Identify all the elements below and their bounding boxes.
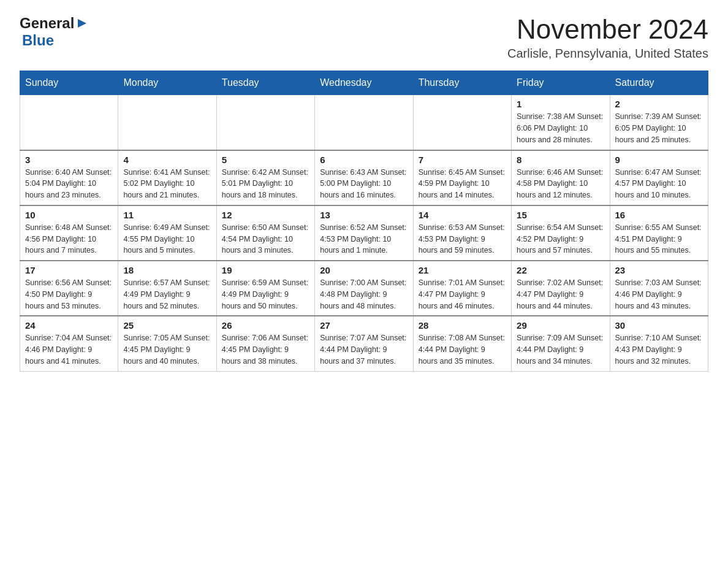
day-number: 30 xyxy=(615,320,703,331)
calendar-cell: 22Sunrise: 7:02 AM Sunset: 4:47 PM Dayli… xyxy=(512,261,610,316)
day-info: Sunrise: 6:56 AM Sunset: 4:50 PM Dayligh… xyxy=(25,277,113,312)
calendar-cell: 3Sunrise: 6:40 AM Sunset: 5:04 PM Daylig… xyxy=(20,150,118,205)
logo-triangle-icon xyxy=(75,17,89,30)
calendar-cell: 27Sunrise: 7:07 AM Sunset: 4:44 PM Dayli… xyxy=(315,316,413,371)
day-number: 29 xyxy=(517,320,604,331)
calendar-cell: 26Sunrise: 7:06 AM Sunset: 4:45 PM Dayli… xyxy=(216,316,314,371)
day-info: Sunrise: 6:53 AM Sunset: 4:53 PM Dayligh… xyxy=(419,222,506,256)
day-number: 16 xyxy=(615,210,703,220)
day-info: Sunrise: 6:42 AM Sunset: 5:01 PM Dayligh… xyxy=(222,167,309,201)
calendar-header-monday: Monday xyxy=(118,71,216,95)
calendar-cell xyxy=(413,95,511,150)
day-info: Sunrise: 7:00 AM Sunset: 4:48 PM Dayligh… xyxy=(320,277,408,312)
calendar-cell: 2Sunrise: 7:39 AM Sunset: 6:05 PM Daylig… xyxy=(610,95,708,150)
day-info: Sunrise: 6:52 AM Sunset: 4:53 PM Dayligh… xyxy=(320,222,408,256)
day-info: Sunrise: 6:57 AM Sunset: 4:49 PM Dayligh… xyxy=(123,277,211,312)
day-number: 27 xyxy=(320,320,408,331)
day-info: Sunrise: 7:01 AM Sunset: 4:47 PM Dayligh… xyxy=(419,277,506,312)
day-info: Sunrise: 6:43 AM Sunset: 5:00 PM Dayligh… xyxy=(320,167,408,201)
calendar-week-row: 10Sunrise: 6:48 AM Sunset: 4:56 PM Dayli… xyxy=(20,205,708,261)
calendar-cell: 24Sunrise: 7:04 AM Sunset: 4:46 PM Dayli… xyxy=(20,316,118,371)
day-info: Sunrise: 7:10 AM Sunset: 4:43 PM Dayligh… xyxy=(615,332,703,367)
calendar-header-tuesday: Tuesday xyxy=(216,71,314,95)
day-number: 1 xyxy=(517,99,604,109)
day-info: Sunrise: 7:09 AM Sunset: 4:44 PM Dayligh… xyxy=(517,332,604,367)
day-info: Sunrise: 6:47 AM Sunset: 4:57 PM Dayligh… xyxy=(615,167,703,201)
day-number: 25 xyxy=(123,320,211,331)
day-number: 26 xyxy=(222,320,309,331)
calendar-header-thursday: Thursday xyxy=(413,71,511,95)
day-number: 11 xyxy=(123,210,211,220)
calendar-cell: 28Sunrise: 7:08 AM Sunset: 4:44 PM Dayli… xyxy=(413,316,511,371)
day-info: Sunrise: 6:48 AM Sunset: 4:56 PM Dayligh… xyxy=(25,222,113,256)
calendar-cell: 16Sunrise: 6:55 AM Sunset: 4:51 PM Dayli… xyxy=(610,205,708,261)
calendar-header-row: SundayMondayTuesdayWednesdayThursdayFrid… xyxy=(20,71,708,95)
calendar-cell: 13Sunrise: 6:52 AM Sunset: 4:53 PM Dayli… xyxy=(315,205,413,261)
day-number: 14 xyxy=(419,210,506,220)
location-subtitle: Carlisle, Pennsylvania, United States xyxy=(507,47,708,61)
day-number: 15 xyxy=(517,210,604,220)
calendar-table: SundayMondayTuesdayWednesdayThursdayFrid… xyxy=(20,71,708,371)
day-info: Sunrise: 6:45 AM Sunset: 4:59 PM Dayligh… xyxy=(419,167,506,201)
calendar-cell: 19Sunrise: 6:59 AM Sunset: 4:49 PM Dayli… xyxy=(216,261,314,316)
calendar-header-wednesday: Wednesday xyxy=(315,71,413,95)
calendar-week-row: 1Sunrise: 7:38 AM Sunset: 6:06 PM Daylig… xyxy=(20,95,708,150)
calendar-cell: 9Sunrise: 6:47 AM Sunset: 4:57 PM Daylig… xyxy=(610,150,708,205)
day-info: Sunrise: 7:07 AM Sunset: 4:44 PM Dayligh… xyxy=(320,332,408,367)
logo: General Blue xyxy=(20,15,89,49)
day-info: Sunrise: 7:39 AM Sunset: 6:05 PM Dayligh… xyxy=(615,111,703,145)
day-info: Sunrise: 7:38 AM Sunset: 6:06 PM Dayligh… xyxy=(517,111,604,145)
day-number: 9 xyxy=(615,155,703,165)
calendar-cell xyxy=(216,95,314,150)
day-info: Sunrise: 7:06 AM Sunset: 4:45 PM Dayligh… xyxy=(222,332,309,367)
logo-general-text: General xyxy=(20,15,74,32)
calendar-cell: 11Sunrise: 6:49 AM Sunset: 4:55 PM Dayli… xyxy=(118,205,216,261)
calendar-header-saturday: Saturday xyxy=(610,71,708,95)
calendar-week-row: 24Sunrise: 7:04 AM Sunset: 4:46 PM Dayli… xyxy=(20,316,708,371)
calendar-cell: 6Sunrise: 6:43 AM Sunset: 5:00 PM Daylig… xyxy=(315,150,413,205)
day-info: Sunrise: 6:59 AM Sunset: 4:49 PM Dayligh… xyxy=(222,277,309,312)
day-info: Sunrise: 7:02 AM Sunset: 4:47 PM Dayligh… xyxy=(517,277,604,312)
day-number: 24 xyxy=(25,320,113,331)
svg-marker-0 xyxy=(78,19,86,28)
day-number: 10 xyxy=(25,210,113,220)
calendar-header-friday: Friday xyxy=(512,71,610,95)
calendar-cell: 18Sunrise: 6:57 AM Sunset: 4:49 PM Dayli… xyxy=(118,261,216,316)
calendar-cell: 12Sunrise: 6:50 AM Sunset: 4:54 PM Dayli… xyxy=(216,205,314,261)
day-info: Sunrise: 6:49 AM Sunset: 4:55 PM Dayligh… xyxy=(123,222,211,256)
calendar-cell: 23Sunrise: 7:03 AM Sunset: 4:46 PM Dayli… xyxy=(610,261,708,316)
logo-blue-text: Blue xyxy=(22,32,54,48)
calendar-cell: 7Sunrise: 6:45 AM Sunset: 4:59 PM Daylig… xyxy=(413,150,511,205)
title-area: November 2024 Carlisle, Pennsylvania, Un… xyxy=(507,15,708,61)
day-info: Sunrise: 7:05 AM Sunset: 4:45 PM Dayligh… xyxy=(123,332,211,367)
day-number: 20 xyxy=(320,265,408,275)
calendar-cell: 5Sunrise: 6:42 AM Sunset: 5:01 PM Daylig… xyxy=(216,150,314,205)
calendar-week-row: 17Sunrise: 6:56 AM Sunset: 4:50 PM Dayli… xyxy=(20,261,708,316)
day-number: 18 xyxy=(123,265,211,275)
day-number: 7 xyxy=(419,155,506,165)
calendar-cell: 29Sunrise: 7:09 AM Sunset: 4:44 PM Dayli… xyxy=(512,316,610,371)
calendar-cell xyxy=(118,95,216,150)
day-info: Sunrise: 6:50 AM Sunset: 4:54 PM Dayligh… xyxy=(222,222,309,256)
day-info: Sunrise: 6:40 AM Sunset: 5:04 PM Dayligh… xyxy=(25,167,113,201)
day-info: Sunrise: 6:46 AM Sunset: 4:58 PM Dayligh… xyxy=(517,167,604,201)
calendar-cell: 14Sunrise: 6:53 AM Sunset: 4:53 PM Dayli… xyxy=(413,205,511,261)
day-info: Sunrise: 7:04 AM Sunset: 4:46 PM Dayligh… xyxy=(25,332,113,367)
day-number: 3 xyxy=(25,155,113,165)
calendar-cell: 10Sunrise: 6:48 AM Sunset: 4:56 PM Dayli… xyxy=(20,205,118,261)
calendar-cell xyxy=(315,95,413,150)
calendar-cell: 30Sunrise: 7:10 AM Sunset: 4:43 PM Dayli… xyxy=(610,316,708,371)
day-number: 8 xyxy=(517,155,604,165)
day-info: Sunrise: 6:41 AM Sunset: 5:02 PM Dayligh… xyxy=(123,167,211,201)
page-header: General Blue November 2024 Carlisle, Pen… xyxy=(20,15,708,61)
day-info: Sunrise: 7:03 AM Sunset: 4:46 PM Dayligh… xyxy=(615,277,703,312)
day-number: 6 xyxy=(320,155,408,165)
day-info: Sunrise: 6:54 AM Sunset: 4:52 PM Dayligh… xyxy=(517,222,604,256)
day-number: 22 xyxy=(517,265,604,275)
calendar-cell: 15Sunrise: 6:54 AM Sunset: 4:52 PM Dayli… xyxy=(512,205,610,261)
calendar-cell: 17Sunrise: 6:56 AM Sunset: 4:50 PM Dayli… xyxy=(20,261,118,316)
calendar-cell: 21Sunrise: 7:01 AM Sunset: 4:47 PM Dayli… xyxy=(413,261,511,316)
calendar-cell xyxy=(20,95,118,150)
calendar-cell: 1Sunrise: 7:38 AM Sunset: 6:06 PM Daylig… xyxy=(512,95,610,150)
day-info: Sunrise: 6:55 AM Sunset: 4:51 PM Dayligh… xyxy=(615,222,703,256)
